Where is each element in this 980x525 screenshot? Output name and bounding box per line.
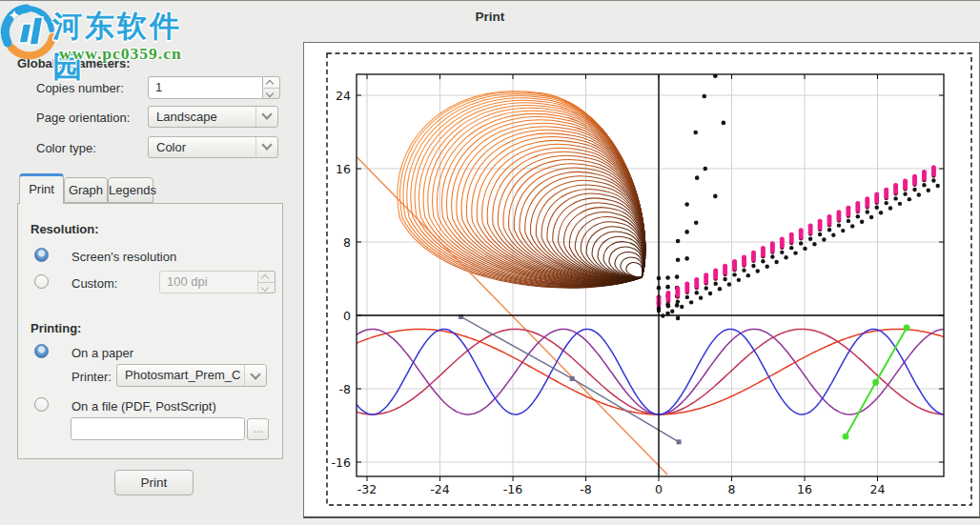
on-file-label: On a file (PDF, PostScript) — [71, 399, 216, 414]
copies-number-input[interactable]: 1 — [148, 76, 263, 99]
chevron-down-icon — [261, 109, 272, 119]
custom-resolution-radio[interactable] — [34, 274, 49, 289]
print-preview-plot: -32-24-16-8081624241680-8-16 — [304, 43, 979, 517]
svg-text:-32: -32 — [357, 482, 377, 496]
chevron-down-icon — [261, 139, 272, 150]
screen-resolution-label: Screen's resolution — [71, 250, 176, 264]
page-orientation-label: Page orientation: — [36, 111, 130, 125]
svg-text:-8: -8 — [339, 382, 352, 396]
svg-text:-16: -16 — [503, 482, 522, 496]
page-orientation-value: Landscape — [156, 110, 217, 124]
svg-text:-24: -24 — [430, 482, 449, 496]
svg-text:0: 0 — [343, 309, 351, 323]
svg-text:-16: -16 — [332, 455, 351, 470]
resolution-heading: Resolution: — [31, 222, 99, 236]
svg-text:-8: -8 — [580, 482, 592, 496]
tab-graph[interactable]: Graph — [64, 177, 108, 203]
spin-down-icon[interactable] — [258, 282, 275, 293]
custom-resolution-label: Custom: — [71, 276, 117, 291]
svg-text:16: 16 — [797, 482, 812, 496]
svg-text:0: 0 — [655, 482, 663, 496]
dpi-spinner[interactable] — [258, 271, 276, 293]
browse-file-button[interactable]: ... — [247, 418, 269, 440]
printing-heading: Printing: — [31, 321, 81, 335]
svg-text:24: 24 — [336, 89, 351, 103]
file-path-input[interactable] — [71, 417, 245, 440]
custom-dpi-input[interactable]: 100 dpi — [159, 271, 258, 293]
settings-panel: Global parameters: Copies number: 1 Page… — [0, 1, 303, 525]
spin-down-icon[interactable] — [263, 88, 279, 98]
copies-number-label: Copies number: — [36, 81, 124, 95]
on-paper-radio[interactable] — [34, 344, 49, 358]
print-button[interactable]: Print — [114, 470, 194, 495]
svg-text:16: 16 — [336, 162, 351, 176]
color-type-label: Color type: — [36, 141, 96, 155]
printer-value: Photosmart_Prem_C — [125, 368, 240, 382]
spin-up-icon[interactable] — [263, 77, 279, 88]
chevron-down-icon — [250, 369, 260, 379]
global-parameters-heading: Global parameters: — [17, 56, 131, 71]
tab-print[interactable]: Print — [19, 173, 64, 204]
color-type-value: Color — [156, 140, 186, 154]
screen-resolution-radio[interactable] — [34, 248, 49, 262]
print-preview-panel: -32-24-16-8081624241680-8-16 — [303, 42, 980, 518]
page-orientation-select[interactable]: Landscape — [148, 106, 278, 128]
spin-up-icon[interactable] — [258, 272, 275, 282]
svg-text:8: 8 — [343, 235, 351, 250]
tab-legends[interactable]: Legends — [108, 177, 153, 203]
copies-spinner[interactable] — [263, 76, 280, 99]
on-paper-label: On a paper — [71, 346, 133, 360]
printer-label: Printer: — [71, 370, 112, 384]
printer-select[interactable]: Photosmart_Prem_C — [116, 364, 267, 387]
svg-text:24: 24 — [870, 482, 886, 496]
on-file-radio[interactable] — [34, 397, 49, 412]
color-type-select[interactable]: Color — [148, 136, 278, 158]
svg-text:8: 8 — [728, 482, 736, 496]
